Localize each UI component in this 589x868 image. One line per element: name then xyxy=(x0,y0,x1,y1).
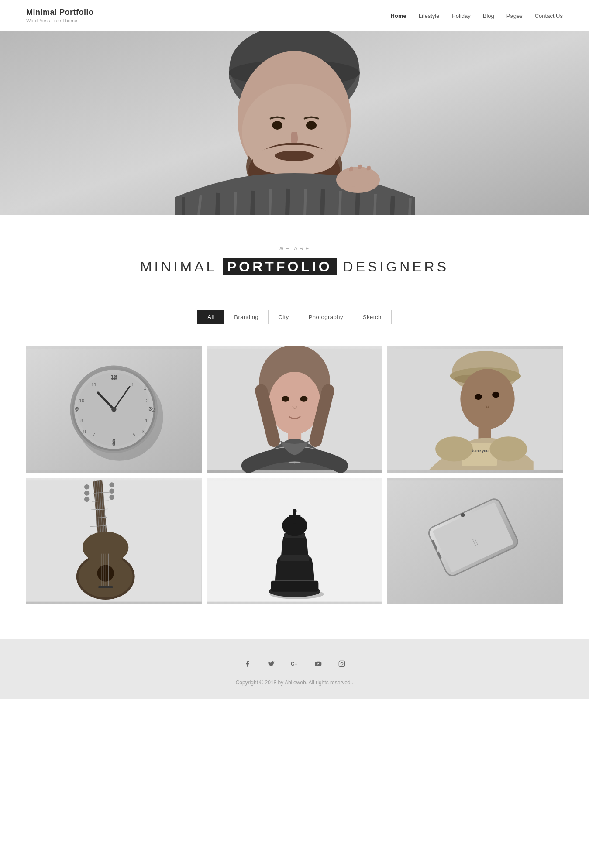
about-we-are: WE ARE xyxy=(17,245,572,252)
filter-photography[interactable]: Photography xyxy=(299,310,353,324)
logo: Minimal Portfolio WordPress Free Theme xyxy=(26,8,94,23)
svg-text:6: 6 xyxy=(112,438,115,444)
svg-point-76 xyxy=(84,484,89,489)
svg-point-44 xyxy=(269,372,320,434)
svg-point-54 xyxy=(475,394,482,400)
svg-point-80 xyxy=(109,489,114,494)
svg-text:11: 11 xyxy=(91,382,96,387)
social-links: G+ xyxy=(0,657,589,671)
svg-point-7 xyxy=(272,121,282,130)
svg-text:3: 3 xyxy=(142,429,145,434)
svg-rect-115 xyxy=(339,661,344,666)
svg-rect-93 xyxy=(98,586,113,588)
svg-text:3: 3 xyxy=(149,406,152,412)
svg-point-85 xyxy=(83,532,128,563)
svg-point-11 xyxy=(275,151,314,161)
site-footer: G+ Copyright © 2018 by Abileweb. All rig… xyxy=(0,639,589,699)
filter-branding[interactable]: Branding xyxy=(224,310,269,324)
svg-point-8 xyxy=(306,121,317,130)
nav-link-home[interactable]: Home xyxy=(391,13,406,19)
nav-item-home[interactable]: Home xyxy=(391,12,406,20)
svg-point-60 xyxy=(490,436,527,461)
svg-text:8: 8 xyxy=(80,418,83,423)
svg-point-103 xyxy=(293,509,297,513)
svg-point-40 xyxy=(111,407,116,412)
svg-text:12: 12 xyxy=(111,375,117,381)
nav-link-pages[interactable]: Pages xyxy=(506,13,523,19)
nav-list: Home Lifestyle Holiday Blog Pages Contac… xyxy=(391,12,563,20)
title-pre: MINIMAL xyxy=(140,259,223,274)
svg-point-45 xyxy=(282,396,289,401)
logo-title: Minimal Portfolio xyxy=(26,8,94,17)
portfolio-item-guitar[interactable] xyxy=(26,478,202,604)
nav-item-holiday[interactable]: Holiday xyxy=(451,12,470,20)
nav-link-holiday[interactable]: Holiday xyxy=(451,13,470,19)
hero-image xyxy=(0,31,589,215)
nav-item-contact[interactable]: Contact Us xyxy=(535,12,563,20)
title-highlight: PORTFOLIO xyxy=(223,258,337,275)
svg-text:G+: G+ xyxy=(291,661,297,666)
svg-point-79 xyxy=(109,482,114,487)
main-nav: Home Lifestyle Holiday Blog Pages Contac… xyxy=(391,12,563,20)
copyright: Copyright © 2018 by Abileweb. All rights… xyxy=(0,679,589,686)
svg-text:4: 4 xyxy=(145,418,148,423)
svg-text:1: 1 xyxy=(131,382,134,387)
svg-point-46 xyxy=(300,396,307,401)
svg-point-55 xyxy=(492,392,499,398)
svg-text:10: 10 xyxy=(79,398,84,403)
filter-sketch[interactable]: Sketch xyxy=(353,310,392,324)
portfolio-grid: 12 1 2 3 6 9 9 12 1 2 3 4 5 6 7 8 9 10 1… xyxy=(0,346,589,639)
svg-point-53 xyxy=(461,369,515,429)
nav-item-blog[interactable]: Blog xyxy=(483,12,494,20)
google-plus-icon[interactable]: G+ xyxy=(288,657,302,671)
svg-rect-97 xyxy=(271,581,318,592)
nav-item-lifestyle[interactable]: Lifestyle xyxy=(419,12,440,20)
svg-text:2: 2 xyxy=(146,398,148,403)
svg-rect-98 xyxy=(280,555,309,561)
svg-rect-101 xyxy=(293,512,296,524)
svg-text:1: 1 xyxy=(144,385,146,391)
nav-link-blog[interactable]: Blog xyxy=(483,13,494,19)
portfolio-filter: All Branding City Photography Sketch xyxy=(0,310,589,324)
svg-point-81 xyxy=(109,495,114,500)
youtube-icon[interactable] xyxy=(311,657,325,671)
filter-city[interactable]: City xyxy=(269,310,299,324)
portfolio-item-woman[interactable] xyxy=(207,346,382,473)
nav-link-contact[interactable]: Contact Us xyxy=(535,13,563,19)
site-header: Minimal Portfolio WordPress Free Theme H… xyxy=(0,0,589,31)
hero-section xyxy=(0,31,589,215)
title-post: DESIGNERS xyxy=(343,259,449,274)
portfolio-item-clock[interactable]: 12 1 2 3 6 9 9 12 1 2 3 4 5 6 7 8 9 10 1… xyxy=(26,346,202,473)
logo-subtitle: WordPress Free Theme xyxy=(26,18,94,23)
instagram-icon[interactable] xyxy=(335,657,349,671)
about-section: WE ARE MINIMAL PORTFOLIO DESIGNERS xyxy=(0,215,589,297)
svg-point-86 xyxy=(97,565,114,582)
svg-point-59 xyxy=(435,436,473,461)
about-title: MINIMAL PORTFOLIO DESIGNERS xyxy=(17,259,572,275)
svg-text:2: 2 xyxy=(152,407,155,412)
portfolio-item-man-cap[interactable]: Thane you xyxy=(387,346,563,473)
svg-point-78 xyxy=(84,497,89,502)
svg-point-77 xyxy=(84,491,89,495)
portfolio-item-chess[interactable] xyxy=(207,478,382,604)
filter-all[interactable]: All xyxy=(197,310,224,324)
svg-rect-102 xyxy=(289,515,300,518)
svg-text:7: 7 xyxy=(93,432,95,437)
svg-text:9: 9 xyxy=(83,429,86,434)
portfolio-item-phone[interactable]:  xyxy=(387,478,563,604)
svg-text:5: 5 xyxy=(133,432,135,437)
nav-link-lifestyle[interactable]: Lifestyle xyxy=(419,13,440,19)
facebook-icon[interactable] xyxy=(241,657,255,671)
svg-text:9: 9 xyxy=(76,406,79,412)
twitter-icon[interactable] xyxy=(264,657,278,671)
nav-item-pages[interactable]: Pages xyxy=(506,12,523,20)
